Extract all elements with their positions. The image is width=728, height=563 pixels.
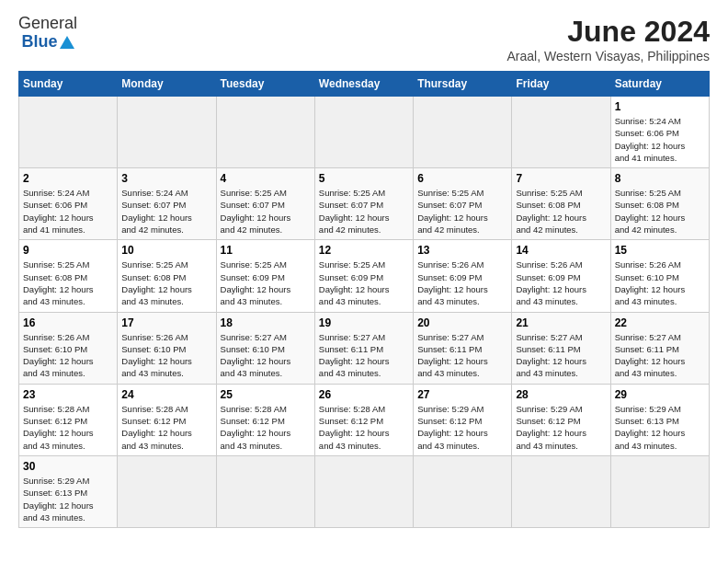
header-tuesday: Tuesday — [216, 72, 314, 97]
calendar-day-cell: 24Sunrise: 5:28 AMSunset: 6:12 PMDayligh… — [118, 384, 216, 455]
day-number: 25 — [221, 388, 311, 401]
day-info: Sunrise: 5:25 AMSunset: 6:07 PMDaylight:… — [417, 187, 507, 236]
day-info: Sunrise: 5:26 AMSunset: 6:10 PMDaylight:… — [615, 259, 705, 307]
header-wednesday: Wednesday — [314, 72, 413, 97]
day-number: 13 — [417, 244, 507, 257]
day-number: 7 — [516, 172, 606, 185]
day-info: Sunrise: 5:25 AMSunset: 6:07 PMDaylight:… — [221, 187, 311, 236]
calendar-day-cell: 3Sunrise: 5:24 AMSunset: 6:07 PMDaylight… — [118, 168, 216, 240]
day-info: Sunrise: 5:28 AMSunset: 6:12 PMDaylight:… — [121, 403, 211, 452]
calendar-day-cell: 14Sunrise: 5:26 AMSunset: 6:09 PMDayligh… — [512, 240, 610, 312]
day-number: 4 — [221, 172, 311, 185]
calendar-day-cell — [216, 97, 314, 168]
calendar-day-cell — [118, 455, 216, 527]
calendar-day-cell — [414, 455, 512, 527]
day-number: 22 — [615, 316, 705, 329]
day-info: Sunrise: 5:26 AMSunset: 6:10 PMDaylight:… — [23, 331, 113, 380]
calendar-week-row: 23Sunrise: 5:28 AMSunset: 6:12 PMDayligh… — [19, 384, 710, 455]
day-info: Sunrise: 5:27 AMSunset: 6:11 PMDaylight:… — [417, 331, 507, 380]
calendar-day-cell: 22Sunrise: 5:27 AMSunset: 6:11 PMDayligh… — [610, 312, 709, 384]
day-info: Sunrise: 5:28 AMSunset: 6:12 PMDaylight:… — [319, 403, 409, 452]
calendar-day-cell: 10Sunrise: 5:25 AMSunset: 6:08 PMDayligh… — [118, 240, 216, 312]
calendar-day-cell — [19, 97, 118, 168]
header-saturday: Saturday — [610, 72, 709, 97]
calendar-week-row: 9Sunrise: 5:25 AMSunset: 6:08 PMDaylight… — [19, 240, 710, 312]
day-number: 21 — [516, 316, 606, 329]
calendar-day-cell: 1Sunrise: 5:24 AMSunset: 6:06 PMDaylight… — [610, 97, 709, 168]
calendar-day-cell: 11Sunrise: 5:25 AMSunset: 6:09 PMDayligh… — [216, 240, 314, 312]
calendar-day-cell — [314, 97, 413, 168]
day-number: 24 — [121, 388, 211, 401]
calendar-day-cell — [610, 455, 709, 527]
calendar-day-cell: 20Sunrise: 5:27 AMSunset: 6:11 PMDayligh… — [414, 312, 512, 384]
calendar-header-row: SundayMondayTuesdayWednesdayThursdayFrid… — [19, 72, 710, 97]
calendar-day-cell: 9Sunrise: 5:25 AMSunset: 6:08 PMDaylight… — [19, 240, 118, 312]
day-info: Sunrise: 5:24 AMSunset: 6:06 PMDaylight:… — [23, 187, 113, 236]
calendar-day-cell — [512, 97, 610, 168]
calendar-day-cell: 15Sunrise: 5:26 AMSunset: 6:10 PMDayligh… — [610, 240, 709, 312]
logo-general-text: General — [18, 15, 77, 33]
calendar-week-row: 1Sunrise: 5:24 AMSunset: 6:06 PMDaylight… — [19, 97, 710, 168]
calendar-day-cell: 26Sunrise: 5:28 AMSunset: 6:12 PMDayligh… — [314, 384, 413, 455]
calendar-day-cell: 5Sunrise: 5:25 AMSunset: 6:07 PMDaylight… — [314, 168, 413, 240]
day-info: Sunrise: 5:25 AMSunset: 6:07 PMDaylight:… — [319, 187, 409, 236]
calendar-table: SundayMondayTuesdayWednesdayThursdayFrid… — [18, 71, 710, 528]
day-info: Sunrise: 5:28 AMSunset: 6:12 PMDaylight:… — [23, 403, 113, 452]
calendar-day-cell: 13Sunrise: 5:26 AMSunset: 6:09 PMDayligh… — [414, 240, 512, 312]
calendar-day-cell: 21Sunrise: 5:27 AMSunset: 6:11 PMDayligh… — [512, 312, 610, 384]
calendar-title: June 2024 — [507, 15, 710, 49]
day-info: Sunrise: 5:26 AMSunset: 6:10 PMDaylight:… — [121, 331, 211, 380]
logo: General Blue — [18, 15, 77, 52]
day-number: 14 — [516, 244, 606, 257]
day-number: 5 — [319, 172, 409, 185]
day-number: 20 — [417, 316, 507, 329]
day-info: Sunrise: 5:25 AMSunset: 6:08 PMDaylight:… — [516, 187, 606, 236]
day-info: Sunrise: 5:24 AMSunset: 6:07 PMDaylight:… — [121, 187, 211, 236]
day-number: 30 — [23, 460, 113, 473]
page-header: General Blue June 2024 Araal, Western Vi… — [18, 15, 710, 63]
day-info: Sunrise: 5:26 AMSunset: 6:09 PMDaylight:… — [417, 259, 507, 307]
day-number: 2 — [23, 172, 113, 185]
calendar-subtitle: Araal, Western Visayas, Philippines — [507, 49, 710, 63]
header-monday: Monday — [118, 72, 216, 97]
day-number: 1 — [615, 100, 705, 113]
day-info: Sunrise: 5:27 AMSunset: 6:11 PMDaylight:… — [319, 331, 409, 380]
logo-triangle-icon — [60, 36, 74, 49]
day-info: Sunrise: 5:28 AMSunset: 6:12 PMDaylight:… — [221, 403, 311, 452]
day-number: 23 — [23, 388, 113, 401]
calendar-day-cell: 23Sunrise: 5:28 AMSunset: 6:12 PMDayligh… — [19, 384, 118, 455]
calendar-week-row: 16Sunrise: 5:26 AMSunset: 6:10 PMDayligh… — [19, 312, 710, 384]
day-number: 29 — [615, 388, 705, 401]
day-info: Sunrise: 5:25 AMSunset: 6:09 PMDaylight:… — [221, 259, 311, 307]
day-number: 28 — [516, 388, 606, 401]
calendar-day-cell: 16Sunrise: 5:26 AMSunset: 6:10 PMDayligh… — [19, 312, 118, 384]
day-number: 10 — [121, 244, 211, 257]
calendar-day-cell: 4Sunrise: 5:25 AMSunset: 6:07 PMDaylight… — [216, 168, 314, 240]
day-number: 8 — [615, 172, 705, 185]
day-info: Sunrise: 5:27 AMSunset: 6:11 PMDaylight:… — [516, 331, 606, 380]
day-info: Sunrise: 5:27 AMSunset: 6:11 PMDaylight:… — [615, 331, 705, 380]
calendar-week-row: 2Sunrise: 5:24 AMSunset: 6:06 PMDaylight… — [19, 168, 710, 240]
calendar-day-cell: 28Sunrise: 5:29 AMSunset: 6:12 PMDayligh… — [512, 384, 610, 455]
day-number: 16 — [23, 316, 113, 329]
day-info: Sunrise: 5:25 AMSunset: 6:08 PMDaylight:… — [121, 259, 211, 307]
calendar-day-cell — [118, 97, 216, 168]
day-number: 19 — [319, 316, 409, 329]
day-number: 6 — [417, 172, 507, 185]
day-number: 9 — [23, 244, 113, 257]
calendar-day-cell: 19Sunrise: 5:27 AMSunset: 6:11 PMDayligh… — [314, 312, 413, 384]
day-number: 26 — [319, 388, 409, 401]
calendar-day-cell — [314, 455, 413, 527]
calendar-day-cell: 8Sunrise: 5:25 AMSunset: 6:08 PMDaylight… — [610, 168, 709, 240]
calendar-day-cell — [512, 455, 610, 527]
calendar-day-cell: 6Sunrise: 5:25 AMSunset: 6:07 PMDaylight… — [414, 168, 512, 240]
calendar-day-cell: 27Sunrise: 5:29 AMSunset: 6:12 PMDayligh… — [414, 384, 512, 455]
calendar-day-cell: 7Sunrise: 5:25 AMSunset: 6:08 PMDaylight… — [512, 168, 610, 240]
title-block: June 2024 Araal, Western Visayas, Philip… — [507, 15, 710, 63]
day-info: Sunrise: 5:29 AMSunset: 6:13 PMDaylight:… — [23, 475, 113, 523]
day-number: 18 — [221, 316, 311, 329]
day-info: Sunrise: 5:27 AMSunset: 6:10 PMDaylight:… — [221, 331, 311, 380]
day-number: 12 — [319, 244, 409, 257]
calendar-day-cell: 12Sunrise: 5:25 AMSunset: 6:09 PMDayligh… — [314, 240, 413, 312]
day-info: Sunrise: 5:29 AMSunset: 6:12 PMDaylight:… — [417, 403, 507, 452]
